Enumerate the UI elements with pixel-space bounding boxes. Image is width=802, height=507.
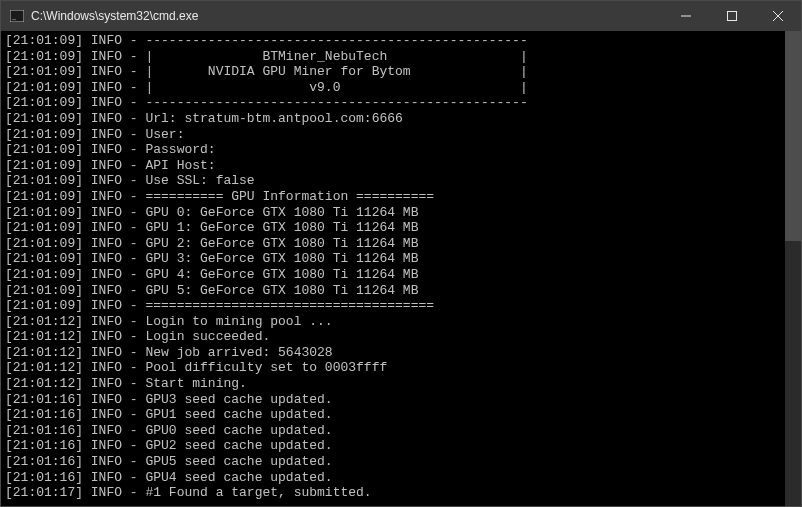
log-line: [21:01:12] INFO - New job arrived: 56430… <box>5 345 797 361</box>
log-line: [21:01:09] INFO - GPU 1: GeForce GTX 108… <box>5 220 797 236</box>
terminal-area[interactable]: [21:01:09] INFO - ----------------------… <box>1 31 801 506</box>
log-line: [21:01:09] INFO - GPU 4: GeForce GTX 108… <box>5 267 797 283</box>
log-line: [21:01:16] INFO - GPU0 seed cache update… <box>5 423 797 439</box>
cmd-icon: _ <box>9 8 25 24</box>
window-controls <box>663 1 801 31</box>
log-line: [21:01:09] INFO - API Host: <box>5 158 797 174</box>
log-line: [21:01:17] INFO - #1 Found a target, sub… <box>5 485 797 501</box>
log-line: [21:01:09] INFO - GPU 0: GeForce GTX 108… <box>5 205 797 221</box>
log-line: [21:01:09] INFO - | NVIDIA GPU Miner for… <box>5 64 797 80</box>
log-line: [21:01:16] INFO - GPU5 seed cache update… <box>5 454 797 470</box>
log-line: [21:01:12] INFO - Start mining. <box>5 376 797 392</box>
log-line: [21:01:16] INFO - GPU4 seed cache update… <box>5 470 797 486</box>
log-line: [21:01:09] INFO - User: <box>5 127 797 143</box>
minimize-button[interactable] <box>663 1 709 31</box>
log-line: [21:01:09] INFO - Url: stratum-btm.antpo… <box>5 111 797 127</box>
log-line: [21:01:16] INFO - GPU1 seed cache update… <box>5 407 797 423</box>
log-line: [21:01:09] INFO - ----------------------… <box>5 95 797 111</box>
log-line: [21:01:09] INFO - GPU 2: GeForce GTX 108… <box>5 236 797 252</box>
log-line: [21:01:09] INFO - | BTMiner_NebuTech | <box>5 49 797 65</box>
log-line: [21:01:09] INFO - Password: <box>5 142 797 158</box>
log-line: [21:01:09] INFO - ----------------------… <box>5 33 797 49</box>
log-line: [21:01:09] INFO - GPU 3: GeForce GTX 108… <box>5 251 797 267</box>
terminal-output: [21:01:09] INFO - ----------------------… <box>5 33 797 501</box>
window-title: C:\Windows\system32\cmd.exe <box>31 9 663 23</box>
log-line: [21:01:12] INFO - Login succeeded. <box>5 329 797 345</box>
scrollbar[interactable] <box>785 31 801 506</box>
log-line: [21:01:09] INFO - GPU 5: GeForce GTX 108… <box>5 283 797 299</box>
close-button[interactable] <box>755 1 801 31</box>
maximize-button[interactable] <box>709 1 755 31</box>
log-line: [21:01:16] INFO - GPU2 seed cache update… <box>5 438 797 454</box>
cmd-window: _ C:\Windows\system32\cmd.exe [21:01:09]… <box>0 0 802 507</box>
svg-rect-3 <box>728 12 737 21</box>
log-line: [21:01:12] INFO - Login to mining pool .… <box>5 314 797 330</box>
scroll-thumb[interactable] <box>785 31 801 241</box>
log-line: [21:01:16] INFO - GPU3 seed cache update… <box>5 392 797 408</box>
titlebar[interactable]: _ C:\Windows\system32\cmd.exe <box>1 1 801 31</box>
log-line: [21:01:09] INFO - | v9.0 | <box>5 80 797 96</box>
log-line: [21:01:09] INFO - ======================… <box>5 298 797 314</box>
log-line: [21:01:09] INFO - ========== GPU Informa… <box>5 189 797 205</box>
log-line: [21:01:09] INFO - Use SSL: false <box>5 173 797 189</box>
log-line: [21:01:12] INFO - Pool difficulty set to… <box>5 360 797 376</box>
